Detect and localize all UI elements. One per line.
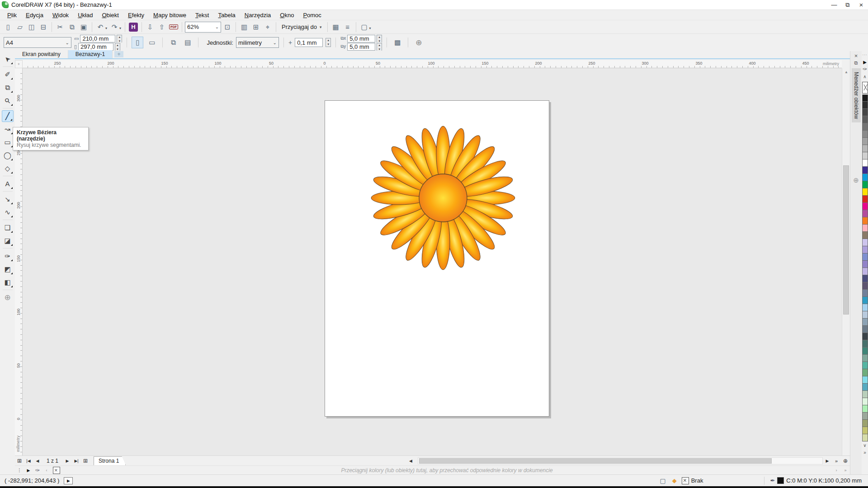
undo-icon[interactable]: ↶ (95, 22, 106, 33)
monitor-icon[interactable]: ▢ (359, 22, 370, 33)
page-width-spinner[interactable]: ▲▼ (117, 35, 122, 42)
color-swatch[interactable] (862, 319, 868, 326)
docker-add-icon[interactable]: ⊕ (853, 177, 859, 184)
color-swatch[interactable] (862, 217, 868, 225)
color-swatch[interactable] (862, 391, 868, 398)
pan-expand-icon[interactable]: » (832, 457, 841, 465)
palette-scroll-down-icon[interactable]: ∨ (863, 441, 866, 449)
undo-icon-dropdown[interactable]: ▾ (105, 26, 107, 30)
save-icon[interactable]: ◫ (26, 22, 37, 33)
all-pages-button[interactable]: ⧉ (167, 37, 179, 48)
docpal-scroll-right-icon[interactable]: › (832, 466, 841, 474)
landscape-button[interactable]: ▭ (146, 37, 158, 48)
color-swatch[interactable] (862, 355, 868, 362)
freehand-bezier-tool[interactable]: ╱ (2, 110, 14, 122)
add-page-icon-2[interactable]: ⊞ (81, 457, 90, 465)
menu-tabela[interactable]: Tabela (213, 11, 240, 19)
duplicate-x-field[interactable]: 5,0 mm (347, 35, 375, 42)
color-swatch[interactable] (862, 167, 868, 174)
minimize-button[interactable]: — (827, 0, 841, 9)
transparency-tool[interactable]: ◪ (2, 235, 14, 247)
color-swatch[interactable] (862, 405, 868, 413)
menu-edycja[interactable]: Edycja (21, 11, 48, 19)
horizontal-scroll-thumb[interactable] (419, 458, 772, 464)
color-swatch[interactable] (862, 427, 868, 434)
no-color-swatch[interactable] (862, 82, 868, 94)
sun-flower-drawing[interactable] (353, 108, 533, 288)
horizontal-scrollbar[interactable] (418, 457, 823, 465)
document-tab-ekran-powitalny[interactable]: Ekran powitalny (15, 50, 68, 58)
color-swatch[interactable] (862, 347, 868, 355)
connector-tool[interactable]: ∿ (2, 206, 14, 218)
page-height-field[interactable]: 297,0 mm (78, 43, 113, 51)
snap-to-dropdown[interactable]: Przyciągaj do▾ (279, 23, 325, 30)
smart-fill-tool[interactable]: ◧ (2, 277, 14, 288)
print-icon[interactable]: ⊟ (38, 22, 49, 33)
color-swatch[interactable] (862, 376, 868, 384)
color-swatch[interactable] (862, 203, 868, 210)
monitor-icon-dropdown[interactable]: ▾ (369, 26, 371, 30)
color-swatch[interactable] (862, 145, 868, 152)
color-swatch[interactable] (862, 434, 868, 441)
menu-efekty[interactable]: Efekty (123, 11, 149, 19)
new-document-tab-button[interactable]: + (114, 51, 123, 57)
color-swatch[interactable] (862, 94, 868, 102)
color-swatch[interactable] (862, 384, 868, 391)
color-swatch[interactable] (862, 138, 868, 145)
docpal-expand-icon[interactable]: » (841, 466, 850, 474)
color-swatch[interactable] (862, 123, 868, 131)
vertical-scrollbar[interactable]: ▲ ▼ (842, 68, 850, 455)
color-swatch[interactable] (862, 174, 868, 181)
color-swatch[interactable] (862, 290, 868, 297)
color-swatch[interactable] (862, 253, 868, 261)
color-swatch[interactable] (862, 239, 868, 246)
add-tools-button[interactable]: ⊕ (2, 292, 14, 304)
import-icon[interactable]: ⇩ (145, 22, 156, 33)
color-swatch[interactable] (862, 116, 868, 123)
first-page-icon[interactable]: |◀ (24, 457, 33, 465)
color-swatch[interactable] (862, 102, 868, 109)
export-icon[interactable]: ⇧ (156, 22, 167, 33)
document-tab-beznazwy-1[interactable]: Beznazwy-1 (68, 50, 113, 58)
color-swatch[interactable] (862, 131, 868, 138)
color-swatch[interactable] (862, 420, 868, 427)
page-width-field[interactable]: 210,0 mm (80, 35, 115, 42)
open-icon[interactable]: ▱ (14, 22, 25, 33)
show-rulers-icon[interactable]: ▥ (239, 22, 250, 33)
color-swatch[interactable] (862, 109, 868, 116)
color-swatch[interactable] (862, 152, 868, 160)
ruler-origin-button[interactable]: + (15, 60, 23, 68)
palette-scroll-up-icon[interactable]: ∧ (863, 73, 866, 80)
docpal-no-color-swatch[interactable] (53, 467, 60, 474)
fullscreen-preview-icon[interactable]: ⊡ (222, 22, 233, 33)
menu-mapy-bitowe[interactable]: Mapy bitowe (149, 11, 191, 19)
horizontal-ruler[interactable]: milimetry 250200150100500501001502002503… (23, 60, 842, 68)
show-grid-icon[interactable]: ⊞ (250, 22, 261, 33)
zoom-corner-icon[interactable]: ⊕ (841, 457, 850, 465)
pick-tool[interactable]: ➤ (2, 53, 14, 65)
launch-settings-icon[interactable]: ≡ (342, 22, 353, 33)
restore-button[interactable]: ⧉ (841, 0, 854, 9)
paste-icon[interactable]: ▣ (78, 22, 89, 33)
docpal-grip-icon[interactable]: ⋮ (15, 466, 24, 474)
color-swatch[interactable] (862, 297, 868, 304)
palette-eyedropper-icon[interactable]: ✑ (863, 66, 867, 73)
page-tab-strona-1[interactable]: Strona 1 (94, 456, 126, 465)
vertical-ruler[interactable]: milimetry 300250200150100500 (15, 68, 23, 455)
page-size-preset-combo[interactable]: A4⌄ (4, 37, 71, 48)
color-swatch[interactable] (862, 369, 868, 376)
menu-okno[interactable]: Okno (275, 11, 298, 19)
color-swatch[interactable] (862, 413, 868, 420)
menu-pomoc[interactable]: Pomoc (298, 11, 326, 19)
zoom-level-combo[interactable]: 62%⌄ (185, 22, 221, 33)
color-swatch[interactable] (862, 398, 868, 405)
color-swatch[interactable] (862, 275, 868, 282)
color-swatch[interactable] (862, 188, 868, 196)
text-tool[interactable]: A (2, 178, 14, 190)
zoom-tool[interactable]: ⚲ (2, 95, 14, 107)
menu-widok[interactable]: Widok (48, 11, 73, 19)
palette-grip-icon[interactable]: ··· (863, 51, 868, 58)
scroll-right-icon[interactable]: ▶ (823, 457, 832, 465)
color-swatch[interactable] (862, 304, 868, 311)
color-swatch[interactable] (862, 196, 868, 203)
